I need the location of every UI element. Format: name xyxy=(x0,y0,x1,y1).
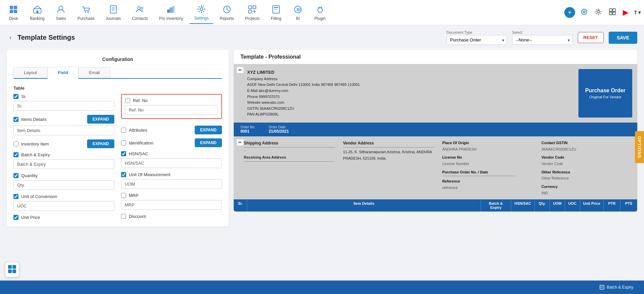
nav-item-projects[interactable]: Projects xyxy=(240,1,264,24)
items-details-input[interactable] xyxy=(13,126,114,135)
svg-rect-1 xyxy=(14,6,17,9)
add-button[interactable]: + xyxy=(564,7,575,18)
quantity-input[interactable] xyxy=(13,180,114,190)
nav-item-pro-inventory[interactable]: Pro Inventory xyxy=(154,1,188,24)
place-origin-value: ANDHRA PRADESH xyxy=(442,146,533,153)
grid-icon[interactable] xyxy=(607,7,617,19)
nav-item-purchase[interactable]: Purchase xyxy=(73,1,99,24)
options-tab[interactable]: OPTIONS xyxy=(635,131,644,163)
field-discount: Discount xyxy=(121,214,222,219)
doc-type-group: Document Type Purchase Order ▾ xyxy=(447,30,507,45)
nav-item-plugin[interactable]: Plugin xyxy=(310,1,330,24)
select-dropdown-wrapper: --None-- ▾ xyxy=(512,35,573,45)
batch-expiry-check-row: Batch & Expiry xyxy=(13,152,114,157)
unit-price-checkbox[interactable] xyxy=(13,215,18,220)
vendor-address-value: 11-25, K. Sitharamapuram,Krishna, Krishn… xyxy=(343,149,434,161)
bottom-bar-batch-expiry[interactable]: Batch & Expiry xyxy=(595,283,637,291)
sr-input[interactable] xyxy=(13,101,114,111)
batch-expiry-input[interactable] xyxy=(13,159,114,169)
gear-icon[interactable] xyxy=(593,7,603,19)
unit-conversion-check-row: Unit of Conversion xyxy=(13,194,114,199)
banking-label: Banking xyxy=(30,16,44,21)
svg-point-14 xyxy=(141,7,143,9)
attributes-expand-row: Attributes EXPAND xyxy=(121,126,222,134)
po-date-label: Purchase Order No. / Date xyxy=(442,169,533,175)
config-title: Configuration xyxy=(13,57,222,62)
nav-item-journals[interactable]: Journals xyxy=(101,1,125,24)
nav-item-banking[interactable]: Banking xyxy=(25,1,49,24)
hsn-sac-label: HSN/SAC xyxy=(129,151,148,156)
identification-checkbox[interactable] xyxy=(121,140,126,145)
nav-item-settings[interactable]: Settings xyxy=(189,1,213,24)
address-edit-pencil[interactable]: ✏ xyxy=(236,139,244,146)
app-icon-box[interactable] xyxy=(5,262,19,277)
ref-no-label: Ref. No xyxy=(133,98,148,103)
tab-layout[interactable]: Layout xyxy=(13,67,47,78)
projects-label: Projects xyxy=(245,16,260,21)
uom-checkbox[interactable] xyxy=(121,172,126,177)
svg-point-29 xyxy=(581,9,587,14)
items-details-checkbox[interactable] xyxy=(13,117,18,122)
sr-checkbox[interactable] xyxy=(13,94,18,99)
company-pan: PAN ALWPG5809L xyxy=(247,111,575,118)
svg-rect-15 xyxy=(167,9,170,13)
unit-conversion-input[interactable] xyxy=(13,201,114,211)
attributes-expand-button[interactable]: EXPAND xyxy=(195,126,222,134)
items-details-label: Items Details xyxy=(21,117,46,122)
user-menu[interactable]: T ▾ xyxy=(634,10,641,15)
batch-expiry-checkbox[interactable] xyxy=(13,152,18,157)
svg-rect-22 xyxy=(249,10,252,13)
select-dropdown[interactable]: --None-- xyxy=(512,35,573,45)
identification-check-row: Identification xyxy=(121,140,191,145)
other-ref-value: Other Reference xyxy=(541,175,632,182)
quantity-check-row: Quantity xyxy=(13,173,114,178)
svg-rect-0 xyxy=(10,6,13,9)
doc-type-select[interactable]: Purchase Order xyxy=(447,35,507,45)
reference-value: reference xyxy=(442,185,533,191)
quantity-checkbox[interactable] xyxy=(13,173,18,178)
field-items-details: Items Details EXPAND xyxy=(13,115,114,135)
currency-value: INR xyxy=(541,190,632,196)
hsn-sac-checkbox[interactable] xyxy=(121,151,126,156)
unit-conversion-checkbox[interactable] xyxy=(13,194,18,199)
uom-input[interactable] xyxy=(121,179,222,189)
ref-no-input[interactable] xyxy=(125,105,218,115)
back-button[interactable]: ‹ xyxy=(7,33,14,42)
select-group: Select --None-- ▾ xyxy=(512,30,573,45)
discount-checkbox[interactable] xyxy=(121,214,126,219)
inventory-item-expand-row: Inventory Item EXPAND xyxy=(13,139,114,148)
right-fields-col: Ref. No Attributes EXPAND xyxy=(121,94,222,220)
nav-item-sales[interactable]: Sales xyxy=(51,1,71,24)
inventory-item-checkbox[interactable] xyxy=(13,141,18,146)
settings-cog-icon[interactable] xyxy=(579,7,589,19)
save-button[interactable]: SAVE xyxy=(609,32,637,44)
field-unit-price: Unit Price xyxy=(13,215,114,220)
nav-item-desk[interactable]: Desk xyxy=(3,1,24,24)
identification-expand-row: Identification EXPAND xyxy=(121,138,222,147)
svg-point-18 xyxy=(200,8,203,10)
field-inventory-item: Inventory Item EXPAND xyxy=(13,139,114,148)
tab-email[interactable]: Email xyxy=(78,67,110,78)
nav-item-reports[interactable]: Reports xyxy=(215,1,239,24)
nav-item-filling[interactable]: Filling xyxy=(266,1,286,24)
company-edit-pencil[interactable]: ✏ xyxy=(236,67,244,73)
attributes-checkbox[interactable] xyxy=(121,128,126,133)
mrp-checkbox[interactable] xyxy=(121,193,126,198)
identification-expand-button[interactable]: EXPAND xyxy=(195,138,222,147)
nav-item-contacts[interactable]: Contacts xyxy=(127,1,152,24)
template-company-area: ✏ XYZ LIMITED Company Address ASDF New D… xyxy=(234,64,637,123)
ref-no-checkbox[interactable] xyxy=(125,98,130,103)
title-row: ‹ Template Settings xyxy=(7,33,75,42)
contact-gstin-col: Contact GSTIN 36AAKCR0208C1ZU Vendor Cod… xyxy=(536,140,632,196)
items-details-expand-button[interactable]: EXPAND xyxy=(87,115,114,124)
hsn-sac-input[interactable] xyxy=(121,158,222,168)
nav-item-bi[interactable]: BI BI xyxy=(288,1,308,24)
mrp-input[interactable] xyxy=(121,200,222,210)
field-mrp: MRP xyxy=(121,193,222,210)
reset-button[interactable]: RESET xyxy=(578,32,604,43)
youtube-icon[interactable]: ▶ xyxy=(621,7,630,18)
tab-field[interactable]: Field xyxy=(47,67,78,79)
field-identification: Identification EXPAND xyxy=(121,138,222,147)
inventory-item-expand-button[interactable]: EXPAND xyxy=(87,139,114,148)
page-title: Template Settings xyxy=(17,34,75,41)
